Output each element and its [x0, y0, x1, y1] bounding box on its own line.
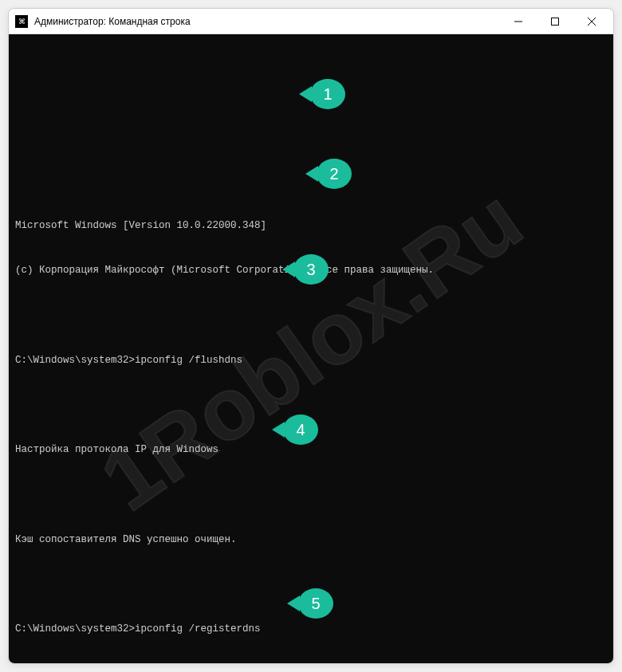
cmd-icon [15, 15, 28, 28]
flush-result: Кэш сопоставителя DNS успешно очищен. [15, 532, 607, 548]
command-1: ipconfig /flushdns [135, 355, 242, 366]
annotation-bubble-2: 2 [317, 159, 352, 189]
maximize-button[interactable] [537, 9, 573, 34]
cmd-window: Администратор: Командная строка 1Roblox.… [8, 8, 614, 664]
titlebar[interactable]: Администратор: Командная строка [9, 9, 613, 34]
terminal-area[interactable]: 1Roblox.Ru 1 2 3 4 5 Microsoft Windows [… [9, 34, 613, 663]
minimize-icon [514, 18, 522, 26]
prompt-line-2: C:\Windows\system32>ipconfig /registerdn… [15, 622, 607, 637]
blank-line [15, 308, 607, 324]
blank-line [15, 488, 607, 503]
prompt: C:\Windows\system32> [15, 355, 135, 366]
config-label: Настройка протокола IP для Windows [15, 442, 607, 458]
prompt-line-1: C:\Windows\system32>ipconfig /flushdns [15, 353, 607, 368]
annotation-bubble-1: 1 [310, 79, 345, 109]
version-line: Microsoft Windows [Version 10.0.22000.34… [15, 218, 607, 234]
close-icon [588, 18, 596, 26]
window-title: Администратор: Командная строка [34, 16, 500, 27]
annotation-bubble-4: 4 [283, 415, 318, 445]
command-2: ipconfig /registerdns [135, 623, 261, 635]
close-button[interactable] [573, 9, 610, 34]
prompt: C:\Windows\system32> [15, 623, 135, 635]
minimize-button[interactable] [500, 9, 537, 34]
annotation-bubble-5: 5 [298, 588, 333, 619]
maximize-icon [551, 18, 559, 26]
blank-line [15, 398, 607, 413]
svg-rect-1 [552, 18, 559, 26]
window-controls [500, 9, 610, 33]
annotation-bubble-3: 3 [293, 254, 329, 285]
